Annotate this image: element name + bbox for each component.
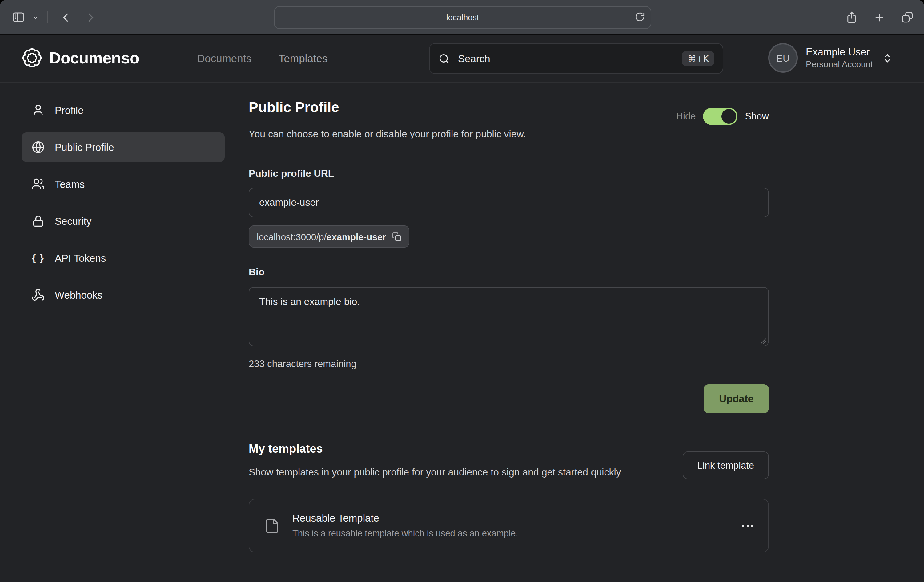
forward-icon[interactable] <box>84 12 96 23</box>
brand[interactable]: Documenso <box>21 48 139 68</box>
my-templates-section: My templates Show templates in your publ… <box>249 441 769 552</box>
avatar: EU <box>768 43 798 73</box>
url-preview-badge[interactable]: localhost:3000/p/example-user <box>249 225 409 248</box>
copy-icon[interactable] <box>392 232 401 241</box>
user-name: Example User <box>806 46 873 58</box>
nav-documents[interactable]: Documents <box>197 52 251 65</box>
sidebar-toggle-icon[interactable] <box>11 10 26 25</box>
url-field-label: Public profile URL <box>249 168 769 179</box>
webhook-icon <box>31 288 45 302</box>
chrome-divider <box>48 11 48 23</box>
users-icon <box>31 177 45 191</box>
nav-templates[interactable]: Templates <box>279 52 328 65</box>
characters-remaining: 233 characters remaining <box>249 359 769 370</box>
address-url: localhost <box>446 13 479 22</box>
documenso-logo-icon <box>21 48 43 68</box>
bio-textarea[interactable]: This is an example bio. <box>249 287 769 346</box>
visibility-toggle[interactable] <box>703 108 738 125</box>
profile-visibility-toggle-group: Hide Show <box>676 108 769 125</box>
sidebar-item-public-profile[interactable]: Public Profile <box>21 132 225 162</box>
new-tab-icon[interactable] <box>873 11 886 24</box>
toggle-hide-label: Hide <box>676 111 696 122</box>
user-account-type: Personal Account <box>806 58 873 70</box>
sidebar-item-security[interactable]: Security <box>21 206 225 236</box>
templates-section-description: Show templates in your public profile fo… <box>249 465 634 480</box>
template-description: This is a reusable template which is use… <box>292 528 518 539</box>
tabs-overview-icon[interactable] <box>901 10 914 24</box>
main-content: Public Profile Hide Show You can choose … <box>249 82 769 552</box>
app-window: localhost Documens <box>0 0 924 582</box>
user-menu[interactable]: EU Example User Personal Account <box>768 43 893 73</box>
search-icon <box>438 53 450 64</box>
lock-icon <box>31 214 45 228</box>
braces-icon: { } <box>31 253 45 264</box>
url-preview-text: localhost:3000/p/example-user <box>257 231 386 242</box>
resize-handle[interactable] <box>760 338 766 344</box>
template-card[interactable]: Reusable Template This is a reusable tem… <box>249 499 769 552</box>
more-options-icon[interactable] <box>742 524 754 527</box>
sidebar-item-teams[interactable]: Teams <box>21 169 225 199</box>
share-icon[interactable] <box>845 11 858 24</box>
search-shortcut-badge: ⌘+K <box>682 51 714 66</box>
toggle-knob <box>721 109 736 124</box>
brand-name: Documenso <box>49 48 139 68</box>
bio-field-label: Bio <box>249 267 769 278</box>
sidebar-item-profile[interactable]: Profile <box>21 96 225 125</box>
settings-sidebar: Profile Public Profile Teams Security { … <box>21 96 225 317</box>
link-template-button[interactable]: Link template <box>683 451 769 479</box>
user-icon <box>31 104 45 117</box>
sidebar-item-webhooks[interactable]: Webhooks <box>21 280 225 310</box>
address-bar[interactable]: localhost <box>274 6 651 29</box>
chevron-down-icon[interactable] <box>32 14 39 21</box>
app-header: Documenso Documents Templates Search ⌘+K… <box>0 35 924 83</box>
toggle-show-label: Show <box>745 111 769 122</box>
update-button[interactable]: Update <box>704 384 769 413</box>
search-input[interactable]: Search ⌘+K <box>429 43 723 74</box>
reload-icon[interactable] <box>635 12 645 22</box>
template-title: Reusable Template <box>292 512 518 525</box>
main-nav: Documents Templates <box>197 35 328 82</box>
browser-chrome: localhost <box>0 0 924 35</box>
back-icon[interactable] <box>60 12 72 23</box>
sidebar-item-api-tokens[interactable]: { } API Tokens <box>21 243 225 273</box>
chevrons-up-down-icon <box>882 53 893 63</box>
public-profile-url-input[interactable] <box>249 188 769 217</box>
file-icon <box>264 517 280 534</box>
globe-icon <box>31 141 45 154</box>
divider <box>249 155 769 155</box>
page-description: You can choose to enable or disable your… <box>249 127 769 142</box>
search-placeholder: Search <box>458 53 490 64</box>
